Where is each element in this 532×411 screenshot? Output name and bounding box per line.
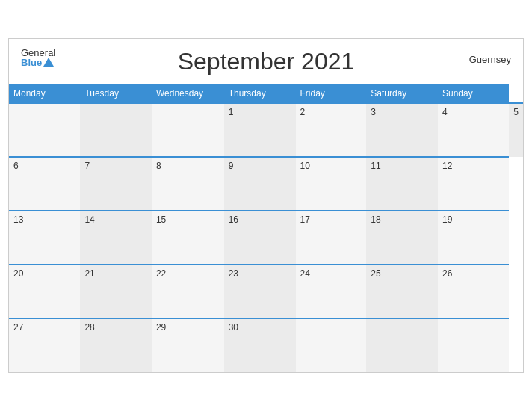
calendar-day: 30 <box>224 318 296 372</box>
header-sunday: Sunday <box>438 84 509 103</box>
day-number: 11 <box>371 161 380 171</box>
day-number: 26 <box>442 268 452 279</box>
calendar-day <box>438 318 509 372</box>
calendar-day: 23 <box>224 265 296 318</box>
header-saturday: Saturday <box>366 84 438 103</box>
calendar-day: 29 <box>152 318 224 372</box>
day-number: 14 <box>84 214 94 225</box>
day-number: 25 <box>371 268 380 279</box>
day-number: 20 <box>13 268 23 279</box>
calendar-day: 8 <box>152 157 224 211</box>
calendar-day: 5 <box>509 103 523 157</box>
calendar-day: 22 <box>152 265 224 318</box>
day-number: 9 <box>229 161 234 171</box>
month-title: September 2021 <box>178 48 355 75</box>
calendar-day: 12 <box>438 157 509 211</box>
calendar-day: 17 <box>296 211 367 265</box>
day-number: 28 <box>84 322 94 333</box>
calendar-day: 16 <box>224 211 296 265</box>
calendar-day: 4 <box>438 103 509 157</box>
calendar-day: 10 <box>296 157 367 211</box>
calendar-grid: Monday Tuesday Wednesday Thursday Friday… <box>9 84 523 372</box>
calendar-day: 13 <box>9 211 80 265</box>
calendar-day: 7 <box>80 157 152 211</box>
day-number: 19 <box>442 214 452 225</box>
day-number: 7 <box>84 161 90 171</box>
week-row-2: 6789101112 <box>9 157 523 211</box>
calendar-day: 15 <box>152 211 224 265</box>
day-number: 3 <box>371 107 376 117</box>
calendar-day <box>296 318 367 372</box>
calendar-day: 11 <box>366 157 438 211</box>
logo-triangle-icon <box>43 58 54 67</box>
calendar-day: 19 <box>438 211 509 265</box>
calendar-day: 2 <box>296 103 367 157</box>
header-thursday: Thursday <box>224 84 296 103</box>
header-monday: Monday <box>9 84 80 103</box>
day-number: 13 <box>13 214 23 225</box>
calendar-header: General Blue September 2021 Guernsey <box>9 39 523 78</box>
day-number: 8 <box>156 161 161 171</box>
header-tuesday: Tuesday <box>80 84 152 103</box>
day-number: 15 <box>156 214 166 225</box>
day-number: 21 <box>84 268 94 279</box>
calendar-day: 1 <box>224 103 296 157</box>
day-number: 17 <box>300 214 310 225</box>
day-number: 18 <box>371 214 380 225</box>
calendar-day <box>152 103 224 157</box>
country-label: Guernsey <box>469 54 511 65</box>
week-row-3: 13141516171819 <box>9 211 523 265</box>
logo: General Blue <box>21 48 55 67</box>
day-number: 23 <box>229 268 238 279</box>
day-number: 6 <box>13 161 19 171</box>
calendar-day: 24 <box>296 265 367 318</box>
calendar-day: 3 <box>366 103 438 157</box>
calendar-day <box>80 103 152 157</box>
day-number: 12 <box>442 161 452 171</box>
calendar-day: 6 <box>9 157 80 211</box>
calendar-day <box>9 103 80 157</box>
calendar-day: 14 <box>80 211 152 265</box>
day-number: 10 <box>300 161 310 171</box>
header-wednesday: Wednesday <box>152 84 224 103</box>
logo-blue-text: Blue <box>21 58 55 67</box>
week-row-5: 27282930 <box>9 318 523 372</box>
day-number: 27 <box>13 322 23 333</box>
week-row-1: 12345 <box>9 103 523 157</box>
day-number: 30 <box>229 322 238 333</box>
day-number: 16 <box>229 214 238 225</box>
calendar-body: 1234567891011121314151617181920212223242… <box>9 103 523 372</box>
weekday-header-row: Monday Tuesday Wednesday Thursday Friday… <box>9 84 523 103</box>
header-friday: Friday <box>296 84 367 103</box>
week-row-4: 20212223242526 <box>9 265 523 318</box>
calendar-day: 21 <box>80 265 152 318</box>
calendar-day: 27 <box>9 318 80 372</box>
calendar-day: 28 <box>80 318 152 372</box>
calendar-container: General Blue September 2021 Guernsey Mon… <box>8 38 524 373</box>
day-number: 29 <box>156 322 166 333</box>
day-number: 22 <box>156 268 166 279</box>
day-number: 1 <box>229 107 234 117</box>
calendar-day <box>366 318 438 372</box>
day-number: 4 <box>442 107 448 117</box>
day-number: 24 <box>300 268 310 279</box>
day-number: 5 <box>513 107 519 117</box>
calendar-day: 25 <box>366 265 438 318</box>
calendar-day: 26 <box>438 265 509 318</box>
calendar-day: 18 <box>366 211 438 265</box>
day-number: 2 <box>300 107 306 117</box>
calendar-day: 9 <box>224 157 296 211</box>
calendar-day: 20 <box>9 265 80 318</box>
